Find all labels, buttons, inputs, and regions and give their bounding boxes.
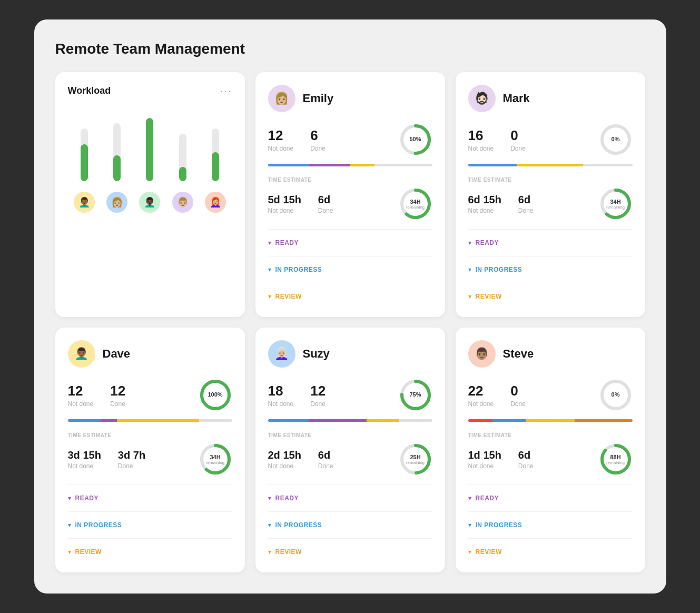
inprogress-chevron: ▾ (68, 521, 71, 529)
dave-donut: 100% (199, 378, 232, 412)
dave-name: Dave (103, 347, 131, 361)
bar-track-4 (179, 134, 186, 181)
divider (268, 229, 432, 230)
suzy-header: 👩🏼‍🦳 Suzy (268, 340, 432, 368)
steve-donut: 0% (599, 378, 633, 412)
bar-col-5 (212, 128, 219, 181)
review-chevron: ▾ (268, 293, 271, 300)
inprogress-chevron: ▾ (468, 521, 471, 529)
mark-ready[interactable]: ▾ READY (468, 235, 633, 251)
dave-time-done: 3d 7h Done (118, 449, 145, 470)
workload-title: Workload (68, 85, 111, 96)
dave-header: 👨🏾‍🦱 Dave (68, 340, 232, 368)
bar-fill-4 (179, 167, 186, 181)
avatar-dave: 👨🏾‍🦱 (74, 192, 95, 213)
emily-time-label: TIME ESTIMATE (268, 177, 432, 183)
dave-card: 👨🏾‍🦱 Dave 12 Not done 12 Done (55, 328, 245, 572)
divider (268, 283, 432, 283)
avatar-mark: 👨🏿‍🦱 (139, 192, 160, 213)
mark-time-label: TIME ESTIMATE (468, 177, 633, 183)
suzy-not-done: 18 Not done (268, 383, 294, 408)
suzy-inprogress[interactable]: ▾ IN PROGRESS (268, 517, 432, 533)
emily-time-row: 5d 15h Not done 6d Done 34H (268, 187, 432, 221)
suzy-time-row: 2d 15h Not done 6d Done 25H (268, 442, 432, 476)
divider (268, 256, 432, 256)
suzy-remaining-donut: 25H remaining (399, 442, 432, 476)
divider (68, 538, 232, 539)
ready-chevron: ▾ (68, 495, 71, 502)
bar-track-2 (113, 123, 121, 181)
workload-card: Workload ··· (55, 72, 245, 317)
divider (68, 485, 232, 485)
suzy-ready[interactable]: ▾ READY (268, 490, 432, 506)
mark-card: 🧔🏻 Mark 16 Not done 0 Done (456, 72, 645, 317)
steve-time-not-done: 1d 15h Not done (468, 449, 501, 470)
suzy-time-label: TIME ESTIMATE (268, 432, 432, 438)
divider (68, 511, 232, 512)
dave-not-done: 12 Not done (68, 383, 94, 408)
dave-ready[interactable]: ▾ READY (68, 490, 232, 506)
mark-header: 🧔🏻 Mark (468, 85, 633, 112)
emily-review[interactable]: ▾ REVIEW (268, 289, 432, 304)
emily-time-done: 6d Done (318, 194, 333, 214)
steve-name: Steve (503, 347, 534, 361)
steve-stats: 22 Not done 0 Done 0% (468, 378, 633, 412)
dave-stats: 12 Not done 12 Done 100% (68, 378, 232, 412)
steve-review[interactable]: ▾ REVIEW (468, 544, 633, 560)
suzy-stats: 18 Not done 12 Done 75% (268, 378, 432, 412)
inprogress-chevron: ▾ (468, 266, 471, 273)
suzy-card: 👩🏼‍🦳 Suzy 18 Not done 12 Done (255, 328, 445, 572)
avatar-suzy: 👨🏼 (172, 192, 193, 213)
steve-progress-bar (468, 419, 633, 422)
steve-card: 👨🏽 Steve 22 Not done 0 Done (456, 328, 645, 572)
more-options-icon[interactable]: ··· (220, 85, 232, 97)
mark-inprogress[interactable]: ▾ IN PROGRESS (468, 262, 633, 278)
emily-progress-bar (268, 164, 432, 166)
dave-review[interactable]: ▾ REVIEW (68, 544, 232, 560)
inprogress-chevron: ▾ (268, 521, 271, 529)
bar-track-1 (81, 128, 88, 181)
divider (468, 229, 633, 230)
emily-done: 6 Done (310, 127, 326, 152)
dave-inprogress[interactable]: ▾ IN PROGRESS (68, 517, 232, 533)
suzy-donut: 75% (399, 378, 432, 412)
dave-time-row: 3d 15h Not done 3d 7h Done 34H (68, 442, 232, 476)
mark-name: Mark (503, 92, 530, 105)
suzy-progress-bar (268, 419, 432, 422)
emily-name: Emily (303, 92, 334, 105)
dave-avatar: 👨🏾‍🦱 (68, 340, 95, 368)
emily-ready[interactable]: ▾ READY (268, 235, 432, 251)
suzy-review[interactable]: ▾ REVIEW (268, 544, 432, 560)
steve-done: 0 Done (510, 383, 526, 408)
mark-avatar: 🧔🏻 (468, 85, 496, 112)
emily-remaining-donut: 34H remaining (399, 187, 432, 221)
emily-not-done: 12 Not done (268, 127, 294, 152)
steve-ready[interactable]: ▾ READY (468, 490, 633, 506)
ready-chevron: ▾ (268, 239, 271, 246)
steve-time-row: 1d 15h Not done 6d Done 88H (468, 442, 633, 476)
review-chevron: ▾ (68, 548, 71, 556)
suzy-done: 12 Done (310, 383, 326, 408)
review-chevron: ▾ (468, 548, 471, 556)
bar-fill-1 (81, 144, 88, 181)
emily-header: 👩🏼 Emily (268, 85, 432, 112)
dave-time-not-done: 3d 15h Not done (68, 449, 101, 470)
mark-done: 0 Done (510, 127, 526, 152)
bar-fill-5 (212, 152, 219, 181)
mark-review[interactable]: ▾ REVIEW (468, 289, 633, 304)
workload-header: Workload ··· (68, 85, 232, 97)
emily-time-not-done: 5d 15h Not done (268, 194, 301, 214)
mark-remaining-donut: 34H remaining (599, 187, 633, 221)
dave-done: 12 Done (110, 383, 125, 408)
dave-progress-bar (68, 419, 232, 422)
emily-inprogress[interactable]: ▾ IN PROGRESS (268, 262, 432, 278)
steve-avatar: 👨🏽 (468, 340, 496, 368)
steve-not-done: 22 Not done (468, 383, 494, 408)
dave-remaining-donut: 34H remaining (199, 442, 232, 476)
mark-stats: 16 Not done 0 Done 0% (468, 123, 633, 156)
suzy-avatar: 👩🏼‍🦳 (268, 340, 295, 368)
divider (468, 283, 633, 283)
bar-col-4 (179, 134, 186, 181)
steve-time-label: TIME ESTIMATE (468, 432, 633, 438)
steve-inprogress[interactable]: ▾ IN PROGRESS (468, 517, 633, 533)
